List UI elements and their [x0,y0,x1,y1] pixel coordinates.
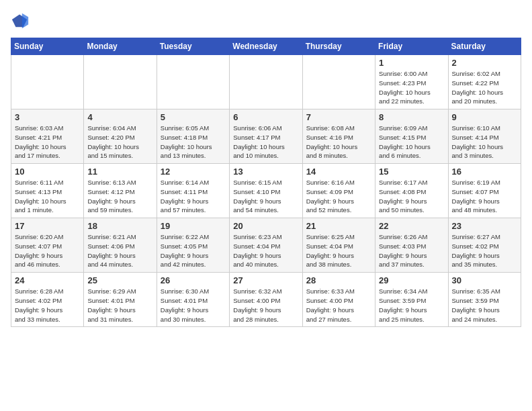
day-number: 23 [452,221,517,231]
day-number: 12 [161,167,226,177]
day-number: 5 [161,112,226,122]
calendar-cell: 15Sunrise: 6:17 AM Sunset: 4:08 PM Dayli… [375,164,448,218]
day-number: 27 [233,275,298,285]
day-number: 18 [87,221,152,231]
calendar-cell: 30Sunrise: 6:35 AM Sunset: 3:59 PM Dayli… [448,273,521,327]
day-detail: Sunrise: 6:20 AM Sunset: 4:07 PM Dayligh… [15,232,80,269]
day-detail: Sunrise: 6:27 AM Sunset: 4:02 PM Dayligh… [452,232,517,269]
day-number: 29 [379,275,444,285]
calendar-cell: 10Sunrise: 6:11 AM Sunset: 4:13 PM Dayli… [11,164,84,218]
day-number: 20 [233,221,298,231]
day-number: 30 [452,275,517,285]
day-detail: Sunrise: 6:34 AM Sunset: 3:59 PM Dayligh… [379,287,444,324]
calendar-cell: 28Sunrise: 6:33 AM Sunset: 4:00 PM Dayli… [302,273,375,327]
calendar-cell [230,55,302,109]
calendar-cell [302,55,375,109]
calendar-cell: 16Sunrise: 6:19 AM Sunset: 4:07 PM Dayli… [448,164,521,218]
day-detail: Sunrise: 6:05 AM Sunset: 4:18 PM Dayligh… [161,124,226,161]
day-detail: Sunrise: 6:13 AM Sunset: 4:12 PM Dayligh… [87,178,152,215]
day-number: 28 [306,275,371,285]
day-detail: Sunrise: 6:28 AM Sunset: 4:02 PM Dayligh… [15,287,80,324]
day-detail: Sunrise: 6:25 AM Sunset: 4:04 PM Dayligh… [306,232,371,269]
calendar-week-row: 17Sunrise: 6:20 AM Sunset: 4:07 PM Dayli… [11,218,521,273]
calendar-week-row: 24Sunrise: 6:28 AM Sunset: 4:02 PM Dayli… [11,273,521,327]
calendar-cell: 1Sunrise: 6:00 AM Sunset: 4:23 PM Daylig… [375,55,448,109]
calendar-cell: 3Sunrise: 6:03 AM Sunset: 4:21 PM Daylig… [11,109,84,164]
calendar-cell: 18Sunrise: 6:21 AM Sunset: 4:06 PM Dayli… [84,218,157,273]
calendar-cell: 2Sunrise: 6:02 AM Sunset: 4:22 PM Daylig… [448,55,521,109]
calendar-cell: 25Sunrise: 6:29 AM Sunset: 4:01 PM Dayli… [84,273,157,327]
day-number: 22 [379,221,444,231]
day-number: 7 [306,112,371,122]
calendar-header-monday: Monday [84,38,157,55]
day-number: 15 [379,167,444,177]
calendar-cell [11,55,84,109]
day-detail: Sunrise: 6:35 AM Sunset: 3:59 PM Dayligh… [452,287,517,324]
calendar-week-row: 3Sunrise: 6:03 AM Sunset: 4:21 PM Daylig… [11,109,521,164]
calendar-cell: 14Sunrise: 6:16 AM Sunset: 4:09 PM Dayli… [302,164,375,218]
day-number: 1 [379,58,444,68]
calendar-header-friday: Friday [375,38,448,55]
calendar-table: SundayMondayTuesdayWednesdayThursdayFrid… [11,38,521,327]
day-detail: Sunrise: 6:29 AM Sunset: 4:01 PM Dayligh… [87,287,152,324]
day-number: 11 [87,167,152,177]
day-detail: Sunrise: 6:04 AM Sunset: 4:20 PM Dayligh… [87,124,152,161]
logo-icon [11,11,30,30]
calendar-cell: 20Sunrise: 6:23 AM Sunset: 4:04 PM Dayli… [230,218,302,273]
calendar-cell: 5Sunrise: 6:05 AM Sunset: 4:18 PM Daylig… [157,109,229,164]
day-number: 16 [452,167,517,177]
day-number: 6 [233,112,298,122]
day-detail: Sunrise: 6:09 AM Sunset: 4:15 PM Dayligh… [379,124,444,161]
day-detail: Sunrise: 6:08 AM Sunset: 4:16 PM Dayligh… [306,124,371,161]
day-detail: Sunrise: 6:19 AM Sunset: 4:07 PM Dayligh… [452,178,517,215]
calendar-cell: 27Sunrise: 6:32 AM Sunset: 4:00 PM Dayli… [230,273,302,327]
day-detail: Sunrise: 6:23 AM Sunset: 4:04 PM Dayligh… [233,232,298,269]
calendar-cell: 22Sunrise: 6:26 AM Sunset: 4:03 PM Dayli… [375,218,448,273]
calendar-cell: 6Sunrise: 6:06 AM Sunset: 4:17 PM Daylig… [230,109,302,164]
calendar-cell: 4Sunrise: 6:04 AM Sunset: 4:20 PM Daylig… [84,109,157,164]
day-detail: Sunrise: 6:33 AM Sunset: 4:00 PM Dayligh… [306,287,371,324]
page-header [11,11,521,30]
calendar-cell: 26Sunrise: 6:30 AM Sunset: 4:01 PM Dayli… [157,273,229,327]
day-number: 9 [452,112,517,122]
day-number: 14 [306,167,371,177]
calendar-cell: 9Sunrise: 6:10 AM Sunset: 4:14 PM Daylig… [448,109,521,164]
calendar-cell: 24Sunrise: 6:28 AM Sunset: 4:02 PM Dayli… [11,273,84,327]
day-detail: Sunrise: 6:32 AM Sunset: 4:00 PM Dayligh… [233,287,298,324]
day-detail: Sunrise: 6:00 AM Sunset: 4:23 PM Dayligh… [379,69,444,106]
calendar-header-sunday: Sunday [11,38,84,55]
day-number: 17 [15,221,80,231]
day-detail: Sunrise: 6:15 AM Sunset: 4:10 PM Dayligh… [233,178,298,215]
day-detail: Sunrise: 6:17 AM Sunset: 4:08 PM Dayligh… [379,178,444,215]
calendar-header-row: SundayMondayTuesdayWednesdayThursdayFrid… [11,38,521,55]
day-number: 8 [379,112,444,122]
day-detail: Sunrise: 6:22 AM Sunset: 4:05 PM Dayligh… [161,232,226,269]
calendar-week-row: 10Sunrise: 6:11 AM Sunset: 4:13 PM Dayli… [11,164,521,218]
calendar-cell: 17Sunrise: 6:20 AM Sunset: 4:07 PM Dayli… [11,218,84,273]
calendar-cell [84,55,157,109]
calendar-cell: 19Sunrise: 6:22 AM Sunset: 4:05 PM Dayli… [157,218,229,273]
calendar-cell [157,55,229,109]
calendar-cell: 7Sunrise: 6:08 AM Sunset: 4:16 PM Daylig… [302,109,375,164]
calendar-cell: 13Sunrise: 6:15 AM Sunset: 4:10 PM Dayli… [230,164,302,218]
day-number: 13 [233,167,298,177]
logo [11,11,32,30]
calendar-header-wednesday: Wednesday [230,38,302,55]
day-detail: Sunrise: 6:10 AM Sunset: 4:14 PM Dayligh… [452,124,517,161]
calendar-cell: 8Sunrise: 6:09 AM Sunset: 4:15 PM Daylig… [375,109,448,164]
day-number: 3 [15,112,80,122]
day-number: 21 [306,221,371,231]
calendar-cell: 12Sunrise: 6:14 AM Sunset: 4:11 PM Dayli… [157,164,229,218]
day-detail: Sunrise: 6:21 AM Sunset: 4:06 PM Dayligh… [87,232,152,269]
calendar-header-saturday: Saturday [448,38,521,55]
calendar-cell: 11Sunrise: 6:13 AM Sunset: 4:12 PM Dayli… [84,164,157,218]
day-detail: Sunrise: 6:30 AM Sunset: 4:01 PM Dayligh… [161,287,226,324]
day-number: 2 [452,58,517,68]
calendar-cell: 21Sunrise: 6:25 AM Sunset: 4:04 PM Dayli… [302,218,375,273]
day-number: 26 [161,275,226,285]
day-detail: Sunrise: 6:02 AM Sunset: 4:22 PM Dayligh… [452,69,517,106]
day-detail: Sunrise: 6:26 AM Sunset: 4:03 PM Dayligh… [379,232,444,269]
calendar-header-thursday: Thursday [302,38,375,55]
calendar-header-tuesday: Tuesday [157,38,229,55]
day-detail: Sunrise: 6:11 AM Sunset: 4:13 PM Dayligh… [15,178,80,215]
